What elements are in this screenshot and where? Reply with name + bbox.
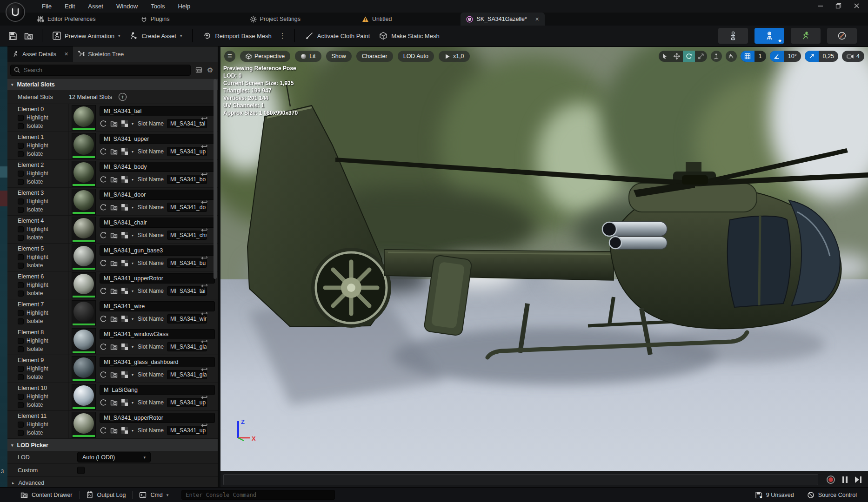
isolate-checkbox[interactable]: Isolate [18, 122, 68, 130]
chevron-down-icon[interactable]: ▾ [132, 178, 134, 182]
reset-to-default-icon[interactable]: ↩ [201, 282, 208, 290]
move-tool-button[interactable] [671, 51, 683, 62]
use-selected-asset-icon[interactable] [100, 176, 107, 183]
make-static-mesh-button[interactable]: Make Static Mesh [374, 28, 444, 44]
material-select-dropdown[interactable]: MI_SA341_upper [100, 134, 215, 144]
reset-to-default-icon[interactable]: ↩ [201, 421, 208, 429]
highlight-checkbox[interactable]: Highlight [18, 197, 68, 205]
reimport-options-kebab-icon[interactable]: ⋮ [276, 32, 289, 40]
reset-to-default-icon[interactable]: ↩ [201, 226, 208, 234]
chevron-down-icon[interactable]: ▾ [132, 317, 134, 321]
preview-viewport[interactable]: ☰ Perspective Lit Show Character LOD Aut… [220, 47, 868, 471]
browse-to-material-icon[interactable] [110, 343, 118, 350]
menu-window[interactable]: Window [110, 0, 144, 13]
chevron-down-icon[interactable]: ▾ [132, 150, 134, 154]
material-thumbnail[interactable] [72, 105, 96, 131]
isolate-checkbox[interactable]: Isolate [18, 401, 68, 409]
use-selected-asset-icon[interactable] [100, 343, 107, 350]
isolate-checkbox[interactable]: Isolate [18, 178, 68, 186]
reset-to-default-icon[interactable]: ↩ [201, 310, 208, 318]
highlight-checkbox[interactable]: Highlight [18, 113, 68, 122]
tab-untitled[interactable]: Untitled [357, 13, 396, 26]
material-thumbnail[interactable] [72, 133, 96, 159]
character-button[interactable]: Character [356, 51, 393, 62]
record-button[interactable] [827, 476, 835, 484]
highlight-checkbox[interactable]: Highlight [18, 337, 68, 345]
reset-to-default-icon[interactable]: ↩ [201, 365, 208, 374]
material-checker-icon[interactable] [121, 399, 128, 406]
material-select-dropdown[interactable]: MI_SA341_upperRotor [100, 273, 215, 284]
browse-to-material-icon[interactable] [110, 427, 118, 434]
display-options-grid-icon[interactable] [195, 66, 202, 73]
use-selected-asset-icon[interactable] [100, 399, 107, 406]
isolate-checkbox[interactable]: Isolate [18, 317, 68, 325]
rotate-tool-button[interactable] [683, 51, 695, 62]
tab-editor-preferences[interactable]: Editor Preferences [33, 13, 100, 26]
material-thumbnail[interactable] [72, 328, 96, 354]
lod-dropdown[interactable]: Auto (LOD0) ▾ [77, 452, 151, 462]
material-thumbnail[interactable] [72, 384, 96, 410]
step-forward-button[interactable] [855, 476, 861, 483]
menu-edit[interactable]: Edit [58, 0, 81, 13]
material-select-dropdown[interactable]: MI_SA341_chair [100, 218, 215, 228]
material-checker-icon[interactable] [121, 176, 128, 183]
playback-speed-button[interactable]: x1,0 [439, 51, 470, 62]
material-slots-section-header[interactable]: ▾ Material Slots [7, 78, 218, 90]
lit-button[interactable]: Lit [295, 51, 321, 62]
isolate-checkbox[interactable]: Isolate [18, 373, 68, 381]
browse-to-material-icon[interactable] [110, 371, 118, 378]
browse-to-material-icon[interactable] [110, 120, 118, 127]
material-select-dropdown[interactable]: MI_SA341_tail [100, 106, 215, 116]
material-thumbnail[interactable] [72, 356, 96, 382]
material-thumbnail[interactable] [72, 161, 96, 187]
material-thumbnail[interactable] [72, 244, 96, 271]
reset-to-default-icon[interactable]: ↩ [201, 254, 208, 262]
menu-file[interactable]: File [35, 0, 58, 13]
material-thumbnail[interactable] [72, 189, 96, 215]
panel-scrollbar[interactable] [214, 79, 217, 279]
chevron-down-icon[interactable]: ▾ [132, 289, 134, 293]
camera-speed-control[interactable]: 4 [842, 51, 864, 62]
tab-project-settings[interactable]: Project Settings [245, 13, 306, 26]
material-select-dropdown[interactable]: MI_SA341_door [100, 190, 215, 200]
rotation-snap-control[interactable]: 10° [770, 51, 801, 62]
scale-snap-control[interactable]: 0,25 [805, 51, 838, 62]
source-control-button[interactable]: Source Control [801, 488, 868, 502]
highlight-checkbox[interactable]: Highlight [18, 392, 68, 401]
grid-snap-control[interactable]: 1 [741, 51, 766, 62]
browse-to-material-icon[interactable] [110, 148, 118, 155]
chevron-down-icon[interactable]: ▾ [132, 205, 134, 210]
isolate-checkbox[interactable]: Isolate [18, 233, 68, 242]
chevron-down-icon[interactable]: ▾ [132, 122, 134, 126]
activate-cloth-paint-button[interactable]: Activate Cloth Paint [300, 28, 374, 44]
viewport-menu-button[interactable]: ☰ [224, 51, 235, 62]
select-tool-button[interactable] [659, 51, 671, 62]
highlight-checkbox[interactable]: Highlight [18, 253, 68, 261]
material-thumbnail[interactable] [72, 272, 96, 298]
use-selected-asset-icon[interactable] [100, 427, 107, 434]
search-input[interactable] [23, 66, 187, 74]
surface-snapping-button[interactable] [726, 51, 737, 62]
chevron-down-icon[interactable]: ▾ [132, 233, 134, 238]
browse-to-material-icon[interactable] [110, 176, 118, 183]
material-checker-icon[interactable] [121, 231, 128, 239]
highlight-checkbox[interactable]: Highlight [18, 141, 68, 150]
add-material-slot-button[interactable]: + [119, 93, 127, 101]
browse-to-material-icon[interactable] [110, 204, 118, 211]
highlight-checkbox[interactable]: Highlight [18, 309, 68, 317]
menu-asset[interactable]: Asset [81, 0, 110, 13]
chevron-down-icon[interactable]: ▾ [132, 345, 134, 349]
tab-skeleton-tree[interactable]: Skeleton Tree [73, 46, 128, 62]
menu-tools[interactable]: Tools [144, 0, 171, 13]
highlight-checkbox[interactable]: Highlight [18, 281, 68, 289]
material-checker-icon[interactable] [121, 287, 128, 295]
material-thumbnail[interactable] [72, 412, 96, 438]
perspective-button[interactable]: Perspective [240, 51, 290, 62]
material-select-dropdown[interactable]: MI_SA341_windowGlass [100, 329, 215, 339]
browse-to-material-icon[interactable] [110, 399, 118, 406]
unsaved-indicator[interactable]: ★ 9 Unsaved [748, 488, 801, 502]
browse-to-material-icon[interactable] [110, 231, 118, 239]
isolate-checkbox[interactable]: Isolate [18, 345, 68, 353]
material-select-dropdown[interactable]: M_LaSiGang [100, 385, 215, 395]
material-checker-icon[interactable] [121, 371, 128, 378]
